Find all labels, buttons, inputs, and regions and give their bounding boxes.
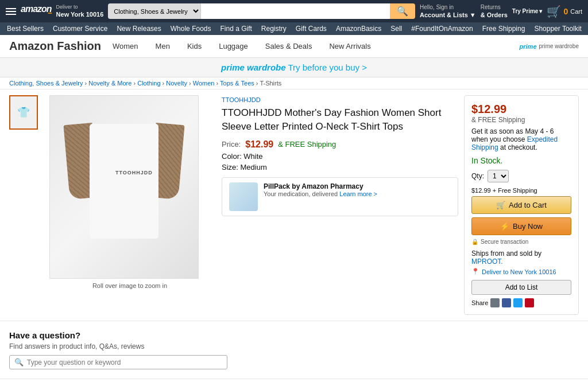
question-section: Have a question? Find answers in product… — [0, 321, 588, 379]
breadcrumb-link[interactable]: Clothing — [137, 80, 160, 87]
location-icon: 📍 — [471, 268, 479, 275]
cart-count: 0 — [563, 7, 568, 16]
share-facebook-icon[interactable] — [502, 298, 511, 307]
hamburger-menu[interactable] — [6, 8, 16, 15]
product-main-image[interactable]: TTOOHHJDD — [49, 95, 199, 279]
size-value: Medium — [241, 163, 267, 171]
cart-small-icon: 🛒 — [496, 201, 505, 209]
secondary-nav-item[interactable]: Whole Foods — [171, 25, 211, 33]
cart-nav[interactable]: 🛒 0 Cart — [547, 5, 582, 18]
secondary-nav-item[interactable]: Free Shipping — [482, 25, 525, 33]
buy-box: $12.99 & FREE Shipping Get it as soon as… — [464, 95, 579, 315]
buy-shipping: & FREE Shipping — [471, 116, 571, 124]
secondary-nav-item[interactable]: Registry — [261, 25, 287, 33]
prime-banner-try[interactable]: Try before you buy > — [288, 63, 367, 72]
share-twitter-icon[interactable] — [513, 298, 523, 307]
qty-label: Qty: — [471, 172, 484, 180]
product-image-area: TTOOHHJDD Roll over image to zoom in — [49, 95, 210, 315]
secondary-nav-item[interactable]: #FoundItOnAmazon — [411, 25, 473, 33]
cart-label: Cart — [570, 8, 582, 15]
amazon-logo[interactable]: amazon ▔ — [21, 5, 52, 18]
share-row: Share — [471, 298, 571, 307]
add-to-cart-label: Add to Cart — [509, 201, 547, 209]
breadcrumb-link[interactable]: Tops & Tees — [220, 80, 254, 87]
deliver-to-link[interactable]: 📍 Deliver to New York 10016 — [471, 268, 571, 275]
question-input-wrap: 🔍 — [9, 355, 227, 369]
prime-wardrobe-badge[interactable]: prime prime wardrobe — [520, 43, 579, 50]
lock-icon: 🔒 — [471, 239, 478, 245]
size-label: Size: — [222, 163, 238, 171]
ships-seller-link[interactable]: MPROOT. — [471, 258, 503, 266]
account-nav[interactable]: Hello, Sign in Account & Lists ▼ — [420, 3, 476, 19]
size-row: Size: Medium — [222, 163, 458, 171]
shipping-price-note: $12.99 + Free Shipping — [471, 187, 571, 194]
secondary-nav-item[interactable]: Customer Service — [53, 25, 107, 33]
fashion-links: Women Men Kids Luggage Sales & Deals New… — [113, 42, 520, 50]
fashion-link-sales[interactable]: Sales & Deals — [265, 42, 312, 50]
secondary-nav-item[interactable]: Find a Gift — [220, 25, 252, 33]
product-brand-link[interactable]: TTOOHHJDD — [222, 96, 261, 103]
secondary-nav-item[interactable]: New Releases — [117, 25, 161, 33]
product-thumbnail[interactable]: 👕 — [9, 95, 38, 130]
pillpack-box: PillPack by Amazon Pharmacy Your medicat… — [222, 177, 458, 216]
fashion-link-men[interactable]: Men — [156, 42, 170, 50]
deliver-box[interactable]: Deliver to New York 10016 — [56, 4, 104, 19]
secondary-nav-item[interactable]: AmazonBasics — [336, 25, 381, 33]
buy-delivery: Get it as soon as May 4 - 6 when you cho… — [471, 127, 571, 151]
secondary-nav-item[interactable]: Best Sellers — [7, 25, 44, 33]
buy-now-label: Buy Now — [513, 222, 543, 231]
question-subtitle: Find answers in product info, Q&As, revi… — [9, 342, 579, 350]
buy-price: $12.99 — [471, 103, 571, 116]
secondary-nav-item[interactable]: Sell — [390, 25, 402, 33]
breadcrumb-link[interactable]: Novelty & More — [88, 80, 131, 87]
thumbnail-sidebar: 👕 — [9, 95, 44, 315]
pillpack-title: PillPack by Amazon Pharmacy — [264, 182, 377, 190]
buy-now-button[interactable]: ⚡ Buy Now — [471, 217, 571, 235]
shirt-body: TTOOHHJDD — [90, 124, 158, 239]
fashion-link-kids[interactable]: Kids — [187, 42, 202, 50]
pillpack-link[interactable]: Learn more > — [339, 190, 377, 197]
account-line2: Account & Lists ▼ — [420, 11, 476, 19]
fashion-link-new-arrivals[interactable]: New Arrivals — [329, 42, 370, 50]
search-category-select[interactable]: Clothing, Shoes & Jewelry — [108, 3, 201, 19]
fashion-brand: Amazon Fashion — [9, 40, 101, 53]
fashion-link-luggage[interactable]: Luggage — [219, 42, 248, 50]
pillpack-text: PillPack by Amazon Pharmacy Your medicat… — [264, 182, 377, 197]
prime-banner: prime wardrobe Try before you buy > — [0, 58, 588, 77]
product-title: TTOOHHJDD Mother's Day Fashion Women Sho… — [222, 106, 458, 134]
search-input[interactable] — [201, 3, 390, 19]
secondary-nav: Best Sellers Customer Service New Releas… — [0, 22, 588, 35]
add-to-list-button[interactable]: Add to List — [471, 280, 571, 295]
breadcrumb-link[interactable]: Clothing, Shoes & Jewelry — [9, 80, 83, 87]
deliver-label: Deliver to — [56, 4, 104, 11]
ships-label: Ships from and sold by — [471, 250, 541, 258]
top-bar: amazon ▔ Deliver to New York 10016 Cloth… — [0, 0, 588, 22]
free-shipping-label: & FREE Shipping — [278, 140, 336, 149]
secondary-nav-item[interactable]: Gift Cards — [296, 25, 327, 33]
description-section: Product description Shipping Information… — [0, 379, 588, 382]
secure-badge: 🔒 Secure transaction — [471, 239, 571, 245]
prime-label: Try Prime — [512, 8, 539, 14]
search-button[interactable]: 🔍 — [390, 3, 415, 19]
breadcrumb-link[interactable]: Women — [193, 80, 215, 87]
prime-logo: prime — [520, 43, 537, 50]
secure-label: Secure transaction — [481, 239, 528, 245]
share-email-icon[interactable] — [490, 298, 500, 307]
question-input[interactable] — [27, 358, 222, 367]
question-search-icon: 🔍 — [14, 358, 24, 367]
add-to-cart-button[interactable]: 🛒 Add to Cart — [471, 196, 571, 214]
prime-wardrobe-label: prime wardrobe — [539, 43, 579, 49]
share-pinterest-icon[interactable] — [525, 298, 534, 307]
qty-select[interactable]: 1 2 3 — [488, 170, 509, 182]
fashion-link-women[interactable]: Women — [113, 42, 138, 50]
breadcrumb-current: T-Shirts — [260, 80, 281, 87]
search-bar: Clothing, Shoes & Jewelry 🔍 — [108, 3, 415, 19]
returns-line2: & Orders — [481, 11, 508, 19]
returns-line1: Returns — [481, 3, 508, 11]
account-line1: Hello, Sign in — [420, 3, 476, 11]
secondary-nav-item[interactable]: Shopper Toolkit — [534, 25, 582, 33]
returns-nav[interactable]: Returns & Orders — [481, 3, 508, 19]
prime-nav[interactable]: Try Prime ▾ — [512, 8, 543, 14]
price-value: $12.99 — [245, 139, 273, 150]
breadcrumb-link[interactable]: Novelty — [166, 80, 187, 87]
